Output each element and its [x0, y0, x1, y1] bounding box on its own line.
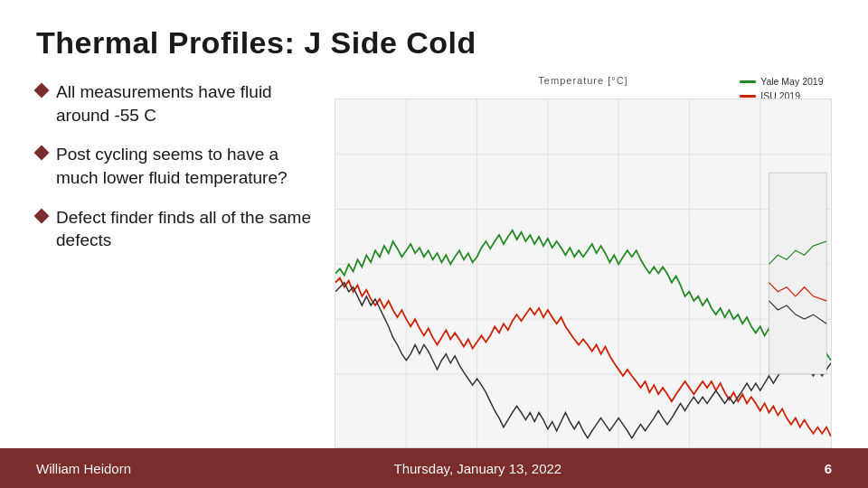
legend-dot-1 [740, 80, 756, 83]
footer-date: Thursday, January 13, 2022 [394, 461, 562, 476]
slide: Thermal Profiles: J Side Cold All measur… [0, 0, 868, 488]
bullet-diamond-1 [34, 83, 50, 99]
legend-dot-2 [740, 95, 756, 98]
bullet-text-1: All measurements have fluid around -55 C [56, 80, 316, 127]
bullet-text-3: Defect finder finds all of the same defe… [56, 206, 316, 252]
slide-title: Thermal Profiles: J Side Cold [0, 0, 868, 75]
footer-page: 6 [825, 461, 832, 476]
bullet-list: All measurements have fluid around -55 C… [36, 75, 316, 448]
bullet-diamond-3 [34, 208, 50, 223]
bullet-item-3: Defect finder finds all of the same defe… [36, 206, 316, 252]
legend-item-1: Yale May 2019 [740, 75, 832, 89]
footer-presenter: William Heidorn [36, 461, 131, 476]
bullet-item-2: Post cycling seems to have a much lower … [36, 143, 316, 189]
bullet-diamond-2 [34, 145, 50, 161]
chart-visual [335, 99, 832, 448]
svg-rect-0 [335, 99, 831, 447]
legend-label-1: Yale May 2019 [760, 75, 823, 89]
slide-content: All measurements have fluid around -55 C… [0, 75, 868, 448]
svg-rect-12 [769, 173, 827, 374]
chart-area: Temperature [°C] Yale May 2019 ISU 2019 … [335, 75, 832, 448]
bullet-text-2: Post cycling seems to have a much lower … [56, 143, 316, 189]
axis-label: Temperature [°C] [538, 75, 627, 86]
bullet-item-1: All measurements have fluid around -55 C [36, 80, 316, 127]
bottom-bar: William Heidorn Thursday, January 13, 20… [0, 448, 868, 488]
chart-svg [335, 99, 831, 447]
